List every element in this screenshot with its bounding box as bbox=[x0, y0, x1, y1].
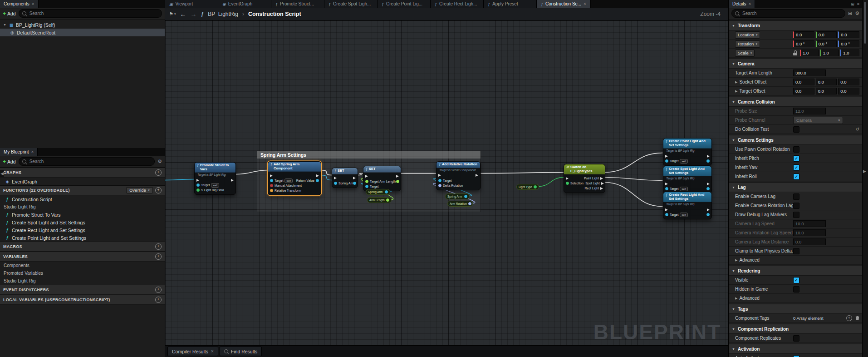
bookmarks-icon[interactable]: ⚑ ▾ bbox=[169, 11, 176, 16]
compiler-results-tab[interactable]: Compiler Results × bbox=[167, 347, 218, 356]
obj-pin[interactable] bbox=[365, 185, 368, 188]
tab-create-rect-ligh[interactable]: ƒCreate Rect Ligh... bbox=[431, 0, 484, 8]
node-get-arm-rotation[interactable]: Arm Rotation bbox=[447, 201, 473, 207]
components-search[interactable] bbox=[19, 9, 162, 18]
value-field[interactable]: 0.0 ° bbox=[793, 40, 814, 47]
node-promote-struct-to-vars[interactable]: ƒPromote Struct to VarsTarget is BP Ligh… bbox=[194, 162, 236, 195]
node-set-spring-arm[interactable]: ƒSETSpring Arm bbox=[332, 168, 358, 188]
expand-panel-nub[interactable]: ▶ bbox=[863, 169, 866, 174]
rotator-pin[interactable] bbox=[438, 184, 441, 187]
exec-pin[interactable] bbox=[476, 174, 478, 177]
node-get-spring-arm-1[interactable]: Spring Arm bbox=[366, 189, 390, 195]
bool-pin[interactable] bbox=[270, 184, 273, 187]
checkbox[interactable] bbox=[793, 248, 799, 254]
value-field[interactable]: 10.0 bbox=[793, 220, 826, 227]
tab-construction-sc[interactable]: ƒConstruction Sc...× bbox=[537, 0, 591, 8]
item-create-rect-light-and-set-settings[interactable]: ƒCreate Rect Light and Set Settings bbox=[0, 226, 165, 234]
enum-pin[interactable] bbox=[534, 185, 537, 188]
details-section-camera-collision[interactable]: ▼Camera Collision bbox=[729, 97, 862, 107]
tab-my-blueprint[interactable]: My Blueprint × bbox=[0, 148, 38, 156]
checkbox[interactable]: ✓ bbox=[793, 277, 799, 283]
add-local-variables-userconstructionscript-button[interactable]: + bbox=[155, 297, 162, 303]
obj-pin[interactable] bbox=[665, 213, 668, 216]
lock-icon[interactable] bbox=[793, 50, 798, 56]
section-local-variables-userconstructionscript[interactable]: LOCAL VARIABLES (USERCONSTRUCTIONSCRIPT)… bbox=[0, 295, 165, 305]
exec-pin[interactable] bbox=[334, 177, 337, 179]
self-pin-chip[interactable]: self bbox=[284, 178, 292, 183]
value-field[interactable]: 0.0 ° bbox=[838, 40, 859, 47]
node-create-rect-light[interactable]: ƒCreate Rect Light And Set SettingsTarge… bbox=[663, 192, 712, 219]
node-switch-on-e-lighttypes[interactable]: ⇄Switch on E_LightTypesPoint LightSelect… bbox=[564, 164, 605, 193]
tab-viewport[interactable]: ▣Viewport bbox=[165, 0, 218, 8]
checkbox[interactable] bbox=[793, 212, 799, 218]
value-field[interactable]: 0.0 bbox=[793, 79, 814, 85]
graph-canvas[interactable]: Spring Arm Settings ƒPromote Struct to V… bbox=[165, 20, 728, 345]
axis-mode-dropdown[interactable]: Rotation▾ bbox=[735, 40, 760, 48]
breadcrumb-current[interactable]: Construction Script bbox=[248, 11, 301, 17]
exec-pin[interactable] bbox=[665, 183, 668, 185]
self-pin-chip[interactable]: self bbox=[211, 183, 219, 188]
gear-icon[interactable]: ⚙ bbox=[157, 159, 162, 164]
details-section-component-replication[interactable]: ▼Component Replication bbox=[729, 324, 862, 334]
component-item-defaultsceneroot[interactable]: ◎DefaultSceneRoot bbox=[0, 29, 165, 36]
tab-create-spot-ligh[interactable]: ƒCreate Spot Ligh... bbox=[324, 0, 378, 8]
self-pin-chip[interactable]: self bbox=[680, 187, 687, 191]
obj-pin[interactable] bbox=[665, 187, 668, 190]
scroll-left-nub[interactable]: ◀ bbox=[0, 170, 4, 177]
details-section-transform[interactable]: ▼Transform bbox=[729, 20, 862, 30]
my-blueprint-search[interactable] bbox=[19, 157, 155, 166]
item-studio-light-rig[interactable]: Studio Light Rig bbox=[0, 277, 165, 285]
expander-icon[interactable]: ▾ bbox=[3, 23, 7, 27]
obj-pin[interactable] bbox=[464, 195, 467, 198]
value-field[interactable]: 0.0 ° bbox=[816, 40, 837, 47]
property-matrix-icon[interactable]: ⊞ bbox=[848, 10, 852, 16]
obj-pin[interactable] bbox=[665, 159, 668, 163]
tab-eventgraph[interactable]: ◉EventGraph bbox=[218, 0, 271, 8]
item-eventgraph[interactable]: ◈EventGraph bbox=[0, 178, 165, 185]
value-field[interactable]: 0.0 bbox=[838, 79, 859, 85]
section-graphs[interactable]: GRAPHS+ bbox=[0, 168, 165, 178]
transform-pin[interactable] bbox=[270, 189, 273, 192]
value-field[interactable]: 0.0 bbox=[816, 88, 837, 94]
details-section-camera[interactable]: ▼Camera bbox=[729, 59, 862, 69]
delete-icon[interactable] bbox=[855, 316, 859, 321]
enum-pin[interactable] bbox=[196, 188, 200, 192]
exec-pin[interactable] bbox=[600, 187, 603, 190]
expander-icon[interactable]: ▶ bbox=[735, 80, 737, 84]
value-field[interactable]: 0.0 bbox=[816, 31, 837, 38]
value-field[interactable]: 0.0 bbox=[793, 238, 826, 245]
value-field[interactable]: 12.0 bbox=[793, 108, 826, 114]
value-field[interactable]: 300.0 bbox=[793, 69, 826, 76]
add-component-button[interactable]: + Add bbox=[3, 10, 16, 17]
dropdown-field[interactable]: Camera▾ bbox=[793, 117, 843, 124]
item-components[interactable]: Components bbox=[0, 262, 165, 269]
component-item-bp-lightrig-self[interactable]: ▾▦BP_LightRig (Self) bbox=[0, 21, 165, 29]
value-field[interactable]: 1.0 bbox=[820, 50, 839, 56]
close-icon[interactable]: × bbox=[31, 149, 34, 154]
value-field[interactable]: 0.0 bbox=[816, 79, 837, 85]
obj-pin[interactable] bbox=[706, 213, 710, 216]
obj-pin[interactable] bbox=[353, 182, 356, 185]
close-icon[interactable]: × bbox=[32, 1, 34, 6]
exec-pin[interactable] bbox=[707, 155, 710, 158]
details-search[interactable] bbox=[731, 9, 845, 18]
tab-create-point-lig[interactable]: ƒCreate Point Lig... bbox=[378, 0, 431, 8]
window-layout-icon[interactable]: ⊞ bbox=[851, 2, 854, 6]
node-create-spot-light[interactable]: ƒCreate Spot Light And Set SettingsTarge… bbox=[663, 166, 712, 193]
close-icon[interactable]: × bbox=[749, 1, 751, 6]
enum-pin[interactable] bbox=[566, 182, 569, 185]
obj-pin[interactable] bbox=[438, 179, 441, 182]
details-section-tags[interactable]: ▼Tags bbox=[729, 304, 862, 314]
item-create-point-light-and-set-settings[interactable]: ƒCreate Point Light and Set Settings bbox=[0, 234, 165, 242]
exec-pin[interactable] bbox=[600, 177, 603, 180]
exec-pin[interactable] bbox=[707, 208, 710, 211]
exec-pin[interactable] bbox=[231, 179, 234, 182]
add-event-dispatchers-button[interactable]: + bbox=[155, 287, 162, 293]
checkbox[interactable]: ✓ bbox=[793, 155, 799, 162]
section-variables[interactable]: VARIABLES+ bbox=[0, 252, 165, 262]
add-macros-button[interactable]: + bbox=[155, 243, 162, 250]
add-blueprint-item-button[interactable]: + Add bbox=[3, 159, 16, 165]
exec-pin[interactable] bbox=[316, 174, 319, 177]
checkbox[interactable]: ✓ bbox=[793, 164, 799, 171]
axis-mode-dropdown[interactable]: Location▾ bbox=[735, 31, 760, 39]
